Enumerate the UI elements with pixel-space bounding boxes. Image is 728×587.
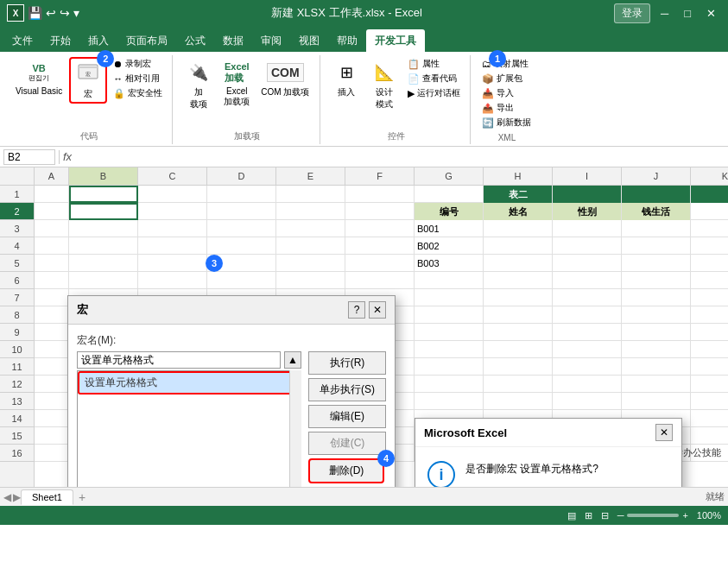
cell-g2[interactable]: 编号 [415, 203, 484, 220]
tab-pagelayout[interactable]: 页面布局 [117, 29, 176, 52]
cell-a2[interactable] [35, 203, 69, 220]
tab-formulas[interactable]: 公式 [176, 29, 214, 52]
sheet-scroll-right[interactable]: ▶ [13, 491, 21, 503]
cell-g1[interactable] [415, 186, 484, 203]
dialog-close-btn[interactable]: ✕ [369, 301, 386, 319]
import-btn[interactable]: 📥 导入 [479, 86, 534, 100]
cell-c4[interactable] [138, 237, 207, 255]
run-dialog-btn[interactable]: ▶ 运行对话框 [405, 86, 463, 100]
tab-help[interactable]: 帮助 [328, 29, 366, 52]
cell-k2[interactable] [691, 203, 728, 220]
cell-j5[interactable] [622, 255, 691, 272]
com-addins-button[interactable]: COM COM 加载项 [257, 57, 313, 100]
cell-b5[interactable] [69, 255, 138, 272]
cell-j3[interactable] [622, 220, 691, 237]
zoom-slider[interactable] [627, 514, 679, 517]
cell-h1[interactable]: 表二 [484, 186, 553, 203]
step-macro-btn[interactable]: 单步执行(S) [308, 378, 386, 401]
cell-j4[interactable] [622, 237, 691, 255]
expand-btn[interactable]: 📦 扩展包 [479, 72, 534, 85]
cell-g5[interactable]: B003 [415, 255, 484, 272]
cell-f4[interactable] [345, 237, 415, 255]
tab-review[interactable]: 审阅 [252, 29, 290, 52]
relative-ref-btn2[interactable]: ↔ 相对引用 [111, 72, 165, 85]
dropdown-btn[interactable]: ▾ [73, 6, 79, 20]
cell-a1[interactable] [35, 186, 69, 203]
excel-confirm-close-btn[interactable]: ✕ [655, 424, 673, 441]
cell-h5[interactable] [484, 255, 553, 272]
security-btn[interactable]: 🔒 宏安全性 [111, 86, 165, 100]
dialog-help-btn[interactable]: ? [348, 301, 365, 319]
cell-k1[interactable] [691, 186, 728, 203]
view-layout-btn[interactable]: ⊞ [585, 510, 592, 521]
cell-c1[interactable] [138, 186, 207, 203]
delete-macro-btn[interactable]: 删除(D) [308, 458, 384, 483]
cell-b1[interactable] [69, 186, 138, 203]
view-page-btn[interactable]: ⊟ [601, 510, 609, 521]
cell-k4[interactable] [691, 237, 728, 255]
create-macro-btn[interactable]: 创建(C) [308, 432, 386, 455]
cell-e2[interactable] [276, 203, 345, 220]
addins-button[interactable]: 🔌 加载项 [181, 57, 216, 112]
cell-f1[interactable] [345, 186, 415, 203]
cell-f2[interactable] [345, 203, 415, 220]
cell-e4[interactable] [276, 237, 345, 255]
insert-ctrl-button[interactable]: ⊞ 插入 [329, 57, 364, 100]
cell-b3[interactable] [69, 220, 138, 237]
cell-c2[interactable] [138, 203, 207, 220]
run-macro-btn[interactable]: 执行(R) [308, 351, 386, 375]
cell-a5[interactable] [35, 255, 69, 272]
vba-button[interactable]: VB 편집기 Visual Basic [12, 57, 66, 98]
view-normal-btn[interactable]: ▤ [567, 510, 576, 521]
cell-c5[interactable] [138, 255, 207, 272]
cell-e3[interactable] [276, 220, 345, 237]
macro-name-input[interactable] [77, 351, 281, 369]
cell-i1[interactable] [553, 186, 622, 203]
refresh-btn[interactable]: 🔄 刷新数据 [479, 116, 534, 129]
tab-data[interactable]: 数据 [214, 29, 252, 52]
cell-d1[interactable] [207, 186, 276, 203]
scrollbar[interactable] [289, 370, 301, 487]
map-props-btn[interactable]: 🗂 映射属性 [479, 57, 534, 71]
tab-view[interactable]: 视图 [290, 29, 328, 52]
export-btn[interactable]: 📤 导出 [479, 101, 534, 115]
formula-input[interactable] [75, 150, 725, 164]
edit-macro-btn[interactable]: 编辑(E) [308, 405, 386, 428]
tab-insert[interactable]: 插入 [79, 29, 117, 52]
cell-k5[interactable] [691, 255, 728, 272]
properties-btn[interactable]: 📋 属性 [405, 57, 463, 71]
cell-d3[interactable] [207, 220, 276, 237]
cell-j1[interactable] [622, 186, 691, 203]
zoom-level[interactable]: 100% [697, 510, 721, 521]
cell-f5[interactable] [345, 255, 415, 272]
cell-k3[interactable] [691, 220, 728, 237]
cell-i3[interactable] [553, 220, 622, 237]
redo-btn[interactable]: ↪ [60, 6, 70, 20]
cell-a3[interactable] [35, 220, 69, 237]
macro-scroll-up-btn[interactable]: ▲ [284, 351, 301, 369]
tab-file[interactable]: 文件 [3, 29, 41, 52]
maximize-button[interactable]: □ [679, 5, 696, 22]
save-quick-btn[interactable]: 💾 [28, 6, 42, 20]
cell-j2[interactable]: 钱生活 [622, 203, 691, 220]
macro-list-item-1[interactable]: 设置单元格格式 [78, 371, 301, 394]
cell-c3[interactable] [138, 220, 207, 237]
cell-i2[interactable]: 性别 [553, 203, 622, 220]
cell-b4[interactable] [69, 237, 138, 255]
zoom-out-btn[interactable]: ─ [617, 510, 624, 521]
excel-addins-button[interactable]: Excel加载 Excel加载项 [219, 57, 254, 110]
cell-i4[interactable] [553, 237, 622, 255]
login-button[interactable]: 登录 [614, 3, 650, 23]
cell-a4[interactable] [35, 237, 69, 255]
cell-b2[interactable] [69, 203, 138, 220]
cell-g4[interactable]: B002 [415, 237, 484, 255]
sheet-scroll-left[interactable]: ◀ [3, 491, 11, 503]
add-sheet-btn[interactable]: + [73, 490, 91, 504]
tab-home[interactable]: 开始 [41, 29, 79, 52]
cell-h3[interactable] [484, 220, 553, 237]
sheet-tab-1[interactable]: Sheet1 [21, 489, 73, 505]
close-button[interactable]: ✕ [701, 5, 721, 22]
cell-h4[interactable] [484, 237, 553, 255]
undo-btn[interactable]: ↩ [46, 6, 56, 20]
relative-ref-btn[interactable]: ⏺ 录制宏 [111, 57, 165, 71]
